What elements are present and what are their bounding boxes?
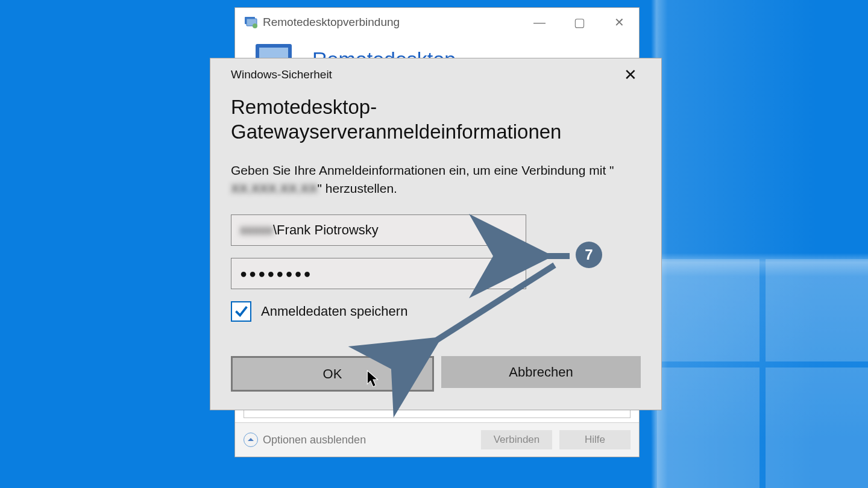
rdc-minimize-button[interactable]: — [520,8,559,37]
rdc-title-text: Remotedesktopverbindung [263,16,400,29]
svg-point-2 [253,23,257,28]
remember-credentials-label: Anmeldedaten speichern [261,304,407,319]
options-toggle[interactable]: Optionen ausblenden [263,434,366,446]
mouse-cursor-icon [366,370,380,388]
password-field[interactable]: ●●●●●●●● [231,258,526,289]
security-dialog-title: Windows-Sicherheit [231,68,332,81]
ok-button[interactable]: OK [231,356,434,392]
rdc-app-icon [244,15,258,30]
remember-credentials-checkbox[interactable] [231,301,251,322]
rdc-maximize-button[interactable]: ▢ [559,8,599,37]
annotation-step-badge: 7 [576,242,602,268]
rdc-titlebar[interactable]: Remotedesktopverbindung — ▢ ✕ [235,8,639,37]
security-dialog-prompt: Geben Sie Ihre Anmeldeinformationen ein,… [231,161,641,198]
username-field[interactable]: xxxxx\Frank Piotrowsky [231,214,526,246]
rdc-close-button[interactable]: ✕ [599,8,639,37]
windows-security-dialog: Windows-Sicherheit ✕ Remotedesktop-Gatew… [210,58,662,410]
dialog-close-button[interactable]: ✕ [620,64,641,85]
cancel-button[interactable]: Abbrechen [441,356,641,388]
connect-button[interactable]: Verbinden [481,430,552,449]
chevron-up-icon[interactable] [244,433,258,447]
security-dialog-heading: Remotedesktop-Gatewayserveranmeldeinform… [231,95,641,145]
help-button[interactable]: Hilfe [559,430,631,449]
